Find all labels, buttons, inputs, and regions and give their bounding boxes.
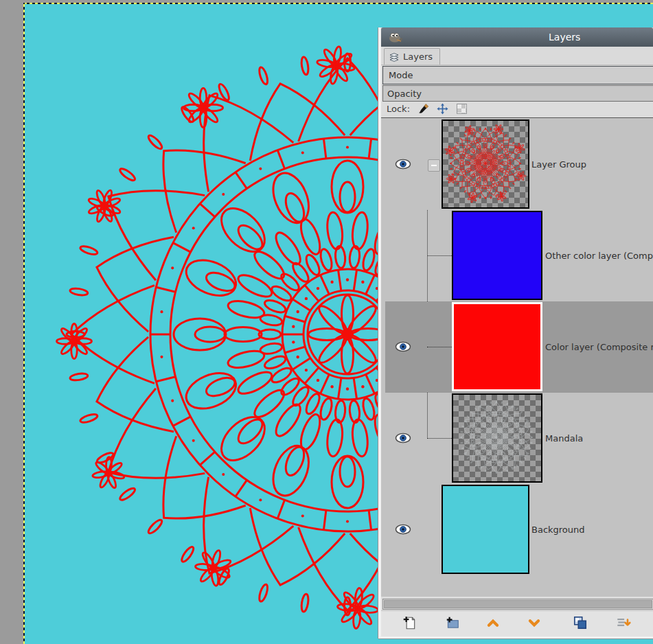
layer-thumbnail[interactable] [442, 119, 529, 209]
group-expander[interactable] [428, 159, 440, 172]
layers-toolbar [381, 610, 653, 636]
layer-row[interactable]: Other color layer (Composite [385, 210, 653, 301]
opacity-label: Opacity [387, 89, 422, 99]
layers-dialog: Layers Layers Mode Opacity Lock: [378, 27, 653, 639]
alpha-checker-icon[interactable] [455, 103, 468, 115]
opacity-slider[interactable]: Opacity [382, 85, 653, 102]
layer-row[interactable]: Layer Group [385, 119, 653, 210]
visibility-eye-icon[interactable] [395, 159, 411, 170]
layer-label[interactable]: Color layer (Composite mode [545, 342, 653, 352]
visibility-eye-icon[interactable] [395, 433, 411, 444]
scrollbar-thumb[interactable] [384, 600, 652, 608]
wilber-icon [387, 31, 404, 43]
layer-row[interactable]: Mandala [385, 393, 653, 484]
layers-stack-icon [389, 52, 400, 62]
lower-layer-button[interactable] [524, 613, 545, 634]
lock-label: Lock: [387, 104, 410, 114]
tab-label: Layers [403, 51, 433, 62]
duplicate-layer-icon [573, 615, 588, 632]
layer-row[interactable]: Color layer (Composite mode [385, 301, 653, 393]
visibility-eye-icon[interactable] [395, 341, 411, 352]
layer-thumbnail[interactable] [452, 393, 542, 483]
raise-layer-icon [485, 615, 501, 632]
merge-down-icon [615, 615, 632, 632]
tree-line [427, 255, 452, 256]
layer-thumbnail[interactable] [452, 211, 542, 300]
move-icon[interactable] [436, 103, 448, 115]
layer-mode-dropdown[interactable]: Mode [382, 66, 653, 84]
dialog-titlebar[interactable]: Layers [381, 27, 653, 47]
canvas-boundary-left [23, 3, 25, 644]
duplicate-layer-button[interactable] [570, 613, 591, 634]
tree-line [427, 347, 452, 347]
new-layer-icon [402, 615, 417, 632]
layer-list: Layer GroupOther color layer (CompositeC… [381, 117, 653, 597]
layer-thumbnail[interactable] [442, 485, 529, 574]
tree-line [427, 438, 452, 439]
canvas-boundary-top [24, 3, 653, 4]
visibility-eye-icon[interactable] [395, 524, 411, 535]
new-layer-button[interactable] [399, 613, 420, 634]
layer-label[interactable]: Other color layer (Composite [545, 251, 653, 261]
new-layer-group-icon [445, 615, 460, 632]
lower-layer-icon [526, 615, 542, 632]
raise-layer-button[interactable] [483, 613, 503, 634]
layer-label[interactable]: Background [531, 525, 585, 535]
layers-dialog-body: Layers Layers Mode Opacity Lock: [381, 27, 653, 636]
new-layer-group-button[interactable] [442, 613, 463, 634]
merge-down-button[interactable] [613, 613, 634, 634]
layer-row[interactable]: Background [385, 484, 653, 575]
horizontal-scrollbar[interactable] [382, 599, 653, 610]
tab-layers[interactable]: Layers [384, 48, 440, 65]
lock-row: Lock: [382, 101, 653, 117]
layer-thumbnail[interactable] [452, 302, 542, 391]
paintbrush-icon[interactable] [417, 103, 429, 115]
mode-label: Mode [389, 70, 413, 80]
dialog-title: Layers [549, 32, 580, 43]
layer-label[interactable]: Mandala [545, 433, 583, 444]
layer-label[interactable]: Layer Group [531, 159, 586, 170]
dockable-tab-strip: Layers [381, 47, 653, 65]
